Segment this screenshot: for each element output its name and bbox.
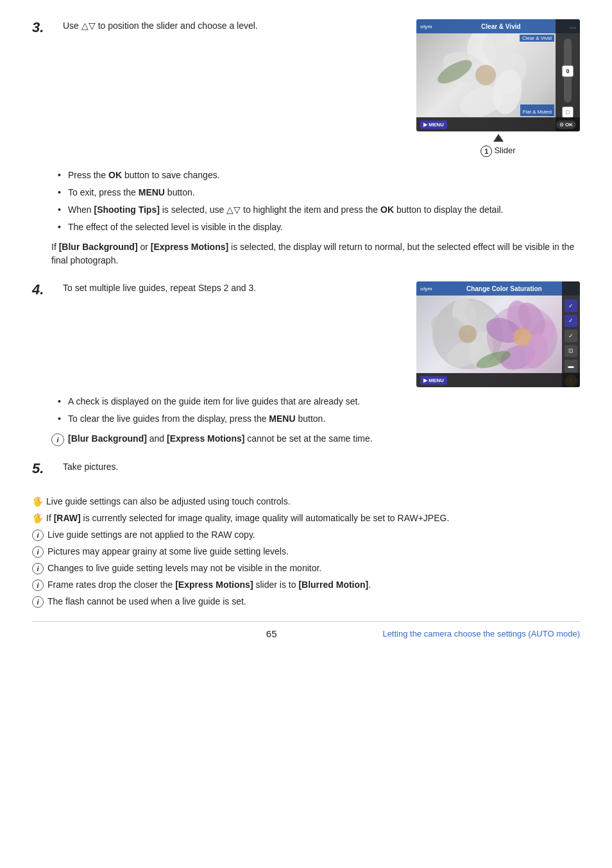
ok-bold-2: OK <box>380 204 394 215</box>
info-note-5: i The flash cannot be used when a live g… <box>32 595 580 608</box>
step3-number: 3. <box>32 19 58 36</box>
blur-bg-bold-note: [Blur Background] <box>68 433 147 444</box>
footer-page-number: 65 <box>246 628 297 639</box>
info-note-1-text: Live guide settings are not applied to t… <box>47 528 255 542</box>
step3-text: Use △▽ to position the slider and choose… <box>63 19 258 33</box>
cam2-check-3: ✓ <box>565 330 577 342</box>
info-icon-1: i <box>32 530 44 541</box>
touch-note-2: 🖐 If [RAW] is currently selected for ima… <box>32 512 580 525</box>
svg-point-24 <box>513 328 531 346</box>
touch-note-2-text: If [RAW] is currently selected for image… <box>46 512 449 525</box>
info-note-4-text: Frame rates drop the closer the [Express… <box>47 578 371 592</box>
step3-heading: 3. Use △▽ to position the slider and cho… <box>32 19 404 36</box>
step4-right: olym Change Color Saturation ✓ ✓ ✓ ⊡ ▬ !… <box>416 281 580 387</box>
triangle-up-1: △ <box>81 21 89 31</box>
step4-left: 4. To set multiple live guides, repeat S… <box>32 281 404 305</box>
step3-left: 3. Use △▽ to position the slider and cho… <box>32 19 404 42</box>
info-note-1: i Live guide settings are not applied to… <box>32 528 580 542</box>
cam2-top-bar: olym Change Color Saturation <box>416 281 580 296</box>
camera-ui-2: olym Change Color Saturation ✓ ✓ ✓ ⊡ ▬ !… <box>416 281 580 387</box>
express-motions-bold-2: [Express Motions] <box>175 580 253 590</box>
shooting-tips-bold: [Shooting Tips] <box>94 204 159 215</box>
express-motions-bold-1: [Express Motions] <box>151 242 228 252</box>
info-note-4: i Frame rates drop the closer the [Expre… <box>32 578 580 592</box>
blurred-motion-bold: [Blurred Motion] <box>298 580 368 590</box>
info-note-2: i Pictures may appear grainy at some liv… <box>32 545 580 558</box>
step3-bullet-1: Press the OK button to save changes. <box>58 169 580 182</box>
camera-ui-1: olym Clear & Vivid ▬ 0 □ Clear & Vivid <box>416 19 580 131</box>
info-note-3-text: Changes to live guide setting levels may… <box>47 562 321 575</box>
step3-row: 3. Use △▽ to position the slider and cho… <box>32 19 580 157</box>
cam1-slider-track: 0 <box>564 38 572 103</box>
step3-bullet-list: Press the OK button to save changes. To … <box>51 169 580 234</box>
step5-number: 5. <box>32 460 58 477</box>
cam2-logo: olym <box>420 286 432 292</box>
touch-note-1: 🖐 Live guide settings can also be adjust… <box>32 495 580 508</box>
step4-note-row: i [Blur Background] and [Express Motions… <box>51 432 580 446</box>
info-note-2-text: Pictures may appear grainy at some live … <box>47 545 289 558</box>
cam2-check-2: ✓ <box>565 315 577 328</box>
footer-row: 65 Letting the camera choose the setting… <box>32 628 580 640</box>
express-motions-bold-note: [Express Motions] <box>167 433 244 444</box>
cam1-flat-label: Flat & Muted <box>520 104 554 116</box>
cam1-title: Clear & Vivid <box>481 23 521 30</box>
cam2-icon-4: ⊡ <box>565 345 577 358</box>
cam1-white-box: □ <box>562 106 574 118</box>
cam1-label-top: Clear & Vivid <box>520 35 554 42</box>
cam2-flower-image <box>416 296 561 372</box>
cam1-right-panel: 0 □ <box>556 19 580 131</box>
cam2-bottom-bar: ▶ MENU <box>416 373 580 387</box>
touch-note-1-text: Live guide settings can also be adjusted… <box>46 495 291 508</box>
step3-bullet-4: The effect of the selected level is visi… <box>58 221 580 234</box>
cam1-box-icon: □ <box>566 109 569 115</box>
cam1-ok-btn: ⊙ OK <box>556 121 576 129</box>
touch-icon-1: 🖐 <box>32 495 43 508</box>
footer-title: Letting the camera choose the settings (… <box>382 628 580 640</box>
slider-circle-num: 1 <box>480 146 492 157</box>
blur-bg-bold-1: [Blur Background] <box>59 242 138 252</box>
info-note-3: i Changes to live guide setting levels m… <box>32 562 580 575</box>
cam2-icon-5: ▬ <box>565 360 577 372</box>
step3-if-line: If [Blur Background] or [Express Motions… <box>51 240 580 267</box>
cam2-menu-btn: ▶ MENU <box>420 376 447 385</box>
bottom-notes: 🖐 Live guide settings can also be adjust… <box>32 495 580 608</box>
cam1-menu-btn: ▶ MENU <box>420 121 447 129</box>
cam1-bottom-bar: ▶ MENU ⊙ OK <box>416 117 580 131</box>
step5-row: 5. Take pictures. <box>32 460 580 477</box>
step4-bullet-1: A check is displayed on the guide item f… <box>58 395 580 408</box>
note-info-icon-1: i <box>51 433 64 446</box>
info-icon-5: i <box>32 596 44 608</box>
cam1-slider-thumb: 0 <box>562 65 574 77</box>
cam2-check-1: ✓ <box>565 299 577 312</box>
svg-point-7 <box>475 65 496 85</box>
cam2-title: Change Color Saturation <box>466 285 542 292</box>
cam1-logo: olym <box>420 24 432 29</box>
info-icon-4: i <box>32 580 44 591</box>
page-content: 3. Use △▽ to position the slider and cho… <box>32 19 580 640</box>
divider <box>32 621 580 622</box>
menu-bold-2: MENU <box>269 413 295 424</box>
info-icon-2: i <box>32 546 44 558</box>
cam1-zero: 0 <box>566 68 569 74</box>
step4-row: 4. To set multiple live guides, repeat S… <box>32 281 580 387</box>
step4-text: To set multiple live guides, repeat Step… <box>63 281 256 295</box>
step4-number: 4. <box>32 281 58 298</box>
step4-bullet-list: A check is displayed on the guide item f… <box>51 395 580 426</box>
step3-bullet-2: To exit, press the MENU button. <box>58 186 580 199</box>
touch-icon-2: 🖐 <box>32 512 43 525</box>
info-note-5-text: The flash cannot be used when a live gui… <box>47 595 246 608</box>
cam2-right-panel: ✓ ✓ ✓ ⊡ ▬ ! <box>562 281 580 387</box>
slider-caption: 1Slider <box>480 146 515 157</box>
step4-note-text: [Blur Background] and [Express Motions] … <box>68 432 373 446</box>
ok-bold-1: OK <box>108 170 122 180</box>
raw-bold: [RAW] <box>54 513 81 523</box>
triangle-down-1: ▽ <box>89 21 96 31</box>
svg-point-16 <box>459 325 477 343</box>
slider-arrow <box>493 134 504 142</box>
slider-indicator: 1Slider <box>480 134 515 157</box>
menu-bold-1: MENU <box>139 187 165 197</box>
slider-label: Slider <box>494 146 515 155</box>
step4-bullet-2: To clear the live guides from the displa… <box>58 412 580 426</box>
step3-right: olym Clear & Vivid ▬ 0 □ Clear & Vivid <box>416 19 580 157</box>
cam1-flat-text: Flat & Muted <box>523 109 552 115</box>
